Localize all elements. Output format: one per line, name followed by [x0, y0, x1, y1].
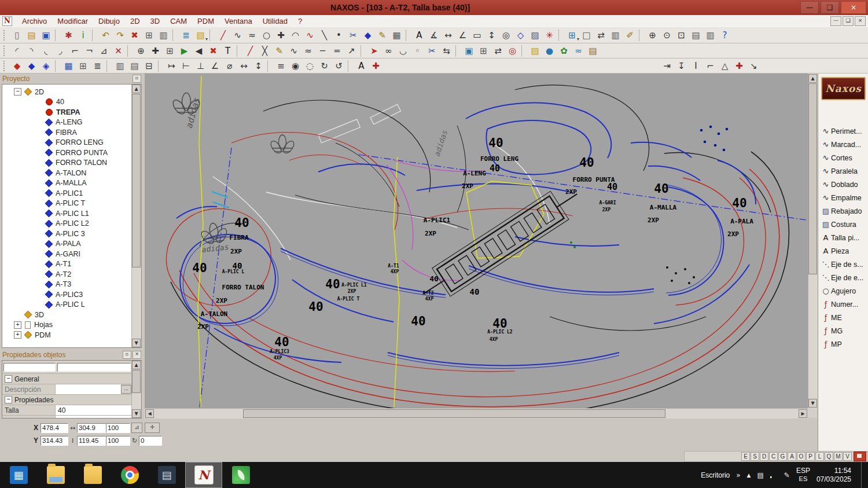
toolbar-grip[interactable] — [3, 30, 7, 41]
rotation-input[interactable] — [139, 436, 162, 446]
toolbar-erase-button[interactable]: ✕ — [111, 44, 126, 58]
toolbar-options-button[interactable]: ✱ — [61, 28, 76, 42]
toolbar-zoom-in-button[interactable]: ⊕ — [645, 28, 660, 42]
panel-restore-button[interactable]: ▫ — [123, 351, 131, 359]
tool-me[interactable]: ƒME — [818, 311, 868, 324]
toolbar-redo-button[interactable]: ↷ — [113, 28, 127, 42]
device-icon[interactable]: ▤ — [757, 471, 764, 479]
tool-eje-de-e[interactable]: ⋱Eje de e... — [818, 271, 868, 284]
tree-item-a-t3[interactable]: A-T3 — [2, 280, 132, 290]
browse-button[interactable]: ... — [121, 385, 131, 394]
toolbar-mirror-button[interactable]: ↕ — [484, 28, 499, 42]
indicator-a[interactable]: A — [788, 452, 796, 461]
scroll-up-icon[interactable]: ▲ — [132, 85, 141, 93]
toolbar-keyboard-button[interactable]: ▤ — [689, 28, 703, 42]
toolbar-axis-y-button[interactable]: ↧ — [674, 59, 689, 73]
toolbar-zoom-window-button[interactable]: ⊡ — [674, 28, 689, 42]
panel-dock-button[interactable]: ▫ — [133, 75, 141, 83]
slope-button[interactable]: ⊿ — [131, 423, 142, 433]
toolbar-draw-circle-button[interactable]: ○ — [259, 28, 274, 42]
tool-perimet[interactable]: ∿Perimet... — [818, 124, 868, 138]
zoom-x-input[interactable] — [106, 423, 130, 433]
collapse-box-icon[interactable]: − — [5, 396, 12, 403]
toolbar-zoom-sel-button[interactable]: ⊕ — [134, 44, 148, 58]
toolbar-edit-pencil-button[interactable]: ✎ — [375, 28, 389, 42]
tool-talla-pi[interactable]: ATalla pi... — [818, 231, 868, 244]
tree-item-a-t2[interactable]: A-T2 — [2, 269, 132, 280]
toolbar-print-button[interactable]: ▥ — [156, 28, 171, 42]
toolbar-wave-1-button[interactable]: ∿ — [286, 44, 301, 58]
tool-empalme[interactable]: ∿Empalme — [818, 191, 868, 204]
scroll-thumb[interactable] — [132, 370, 141, 393]
taskbar-green-app[interactable] — [222, 462, 259, 488]
toolbar-piece-mixed-button[interactable]: ◈ — [39, 59, 53, 73]
menu-archivo[interactable]: Archivo — [17, 16, 52, 27]
toolbar-rotate-ccw-button[interactable]: ↺ — [332, 59, 346, 73]
toolbar-text-button[interactable]: A — [412, 28, 426, 42]
menu-ventana[interactable]: Ventana — [219, 16, 258, 27]
canvas-horizontal-scrollbar[interactable]: ◀ ▶ — [145, 408, 808, 419]
toolbar-node-button[interactable]: ◦ — [410, 44, 425, 58]
toolbar-grid-2-button[interactable]: ⊞ — [476, 44, 491, 58]
tree-item-forro-punta[interactable]: FORRO PUNTA — [2, 148, 132, 158]
tree-item-a-plic-l1[interactable]: A-PLIC L1 — [2, 208, 132, 219]
toolbar-double-segment-button[interactable]: ═ — [330, 44, 344, 58]
tree-item-fibra[interactable]: FIBRA — [2, 127, 132, 138]
toolbar-piece-red-button[interactable]: ◆ — [10, 59, 24, 73]
collapse-box-icon[interactable]: − — [14, 88, 21, 96]
toolbar-play-button[interactable]: ▶ — [177, 44, 192, 58]
toolbar-exchange-button[interactable]: ⇄ — [594, 28, 608, 42]
indicator-p[interactable]: P — [806, 452, 815, 461]
clock[interactable]: 11:54 07/03/2025 — [816, 467, 851, 484]
menu-modificar[interactable]: Modificar — [52, 16, 93, 27]
tree-item-forro-leng[interactable]: FORRO LENG — [2, 138, 132, 148]
indicator-d[interactable]: D — [760, 452, 768, 461]
indicator-l[interactable]: L — [815, 452, 824, 461]
toolbar-corner-4-button[interactable]: ◞ — [53, 44, 68, 58]
toolbar-pan-button[interactable]: ✚ — [148, 44, 163, 58]
toolbar-remove-button[interactable]: ✖ — [206, 44, 220, 58]
pen-icon[interactable]: ✎ — [784, 471, 790, 479]
toolbar-draw-curve-button[interactable]: ∿ — [303, 28, 317, 42]
toolbar-angle-button[interactable]: ∠ — [455, 28, 470, 42]
toolbar-draw-polyline-button[interactable]: ∿ — [230, 28, 245, 42]
scroll-thumb[interactable] — [132, 94, 141, 267]
tree-item-a-plic-l2[interactable]: A-PLIC L2 — [2, 219, 132, 229]
toolbar-piece-blue-button[interactable]: ◆ — [24, 59, 39, 73]
tree-item-a-gari[interactable]: A-GARI — [2, 249, 132, 259]
property-value-field[interactable]: 40 — [56, 405, 132, 415]
toolbar-collapse-button[interactable]: ⊟ — [142, 59, 156, 73]
toolbar-corner-2-button[interactable]: ◝ — [24, 44, 39, 58]
toolbar-draw-spline-button[interactable]: ≈ — [245, 28, 259, 42]
taskbar-folder-window[interactable] — [74, 462, 111, 488]
expand-box-icon[interactable]: + — [14, 331, 21, 339]
tree-item-a-plic-t[interactable]: A-PLIC T — [2, 199, 132, 209]
width-input[interactable] — [77, 423, 106, 433]
toolbar-list-button[interactable]: ≣ — [90, 59, 105, 73]
toolbar-annotate-button[interactable]: ✐ — [623, 28, 637, 42]
toolbar-piece-button[interactable]: ◆ — [361, 28, 375, 42]
tree-item-a-plic-l[interactable]: A-PLIC L — [2, 300, 132, 310]
toolbar-duplicate-button[interactable]: ⊞ — [163, 44, 177, 58]
tool-agujero[interactable]: ○Agujero — [818, 284, 868, 298]
scroll-down-icon[interactable]: ▼ — [132, 409, 141, 418]
tree-item-a-plic1[interactable]: A-PLIC1 — [2, 188, 132, 199]
taskbar-start-button[interactable]: ▦ — [0, 462, 37, 488]
minimize-button[interactable]: — — [800, 1, 819, 14]
toolbar-align-button[interactable]: ≡ — [274, 59, 288, 73]
toolbar-target-button[interactable]: ◎ — [499, 28, 513, 42]
toolbar-table-button[interactable]: ⊞ — [76, 59, 90, 73]
toolbar-ref-circle-button[interactable]: ◌ — [303, 59, 317, 73]
tree-item-a-t1[interactable]: A-T1 — [2, 259, 132, 270]
toolbar-flag-a-button[interactable]: A — [354, 59, 369, 73]
taskbar-naxos[interactable]: N — [185, 462, 222, 488]
tool-paralela[interactable]: ∿Paralela — [818, 164, 868, 178]
toolbar-flower-button[interactable]: ✿ — [557, 44, 571, 58]
toolbar-draw-tangent-button[interactable]: ╲ — [317, 28, 332, 42]
scroll-thumb[interactable] — [243, 409, 665, 418]
indicator-g[interactable]: G — [778, 452, 787, 461]
toolbar-sheets-button[interactable]: ▥ — [608, 28, 623, 42]
tool-doblado[interactable]: ∿Doblado — [818, 178, 868, 191]
indicator-o[interactable]: O — [797, 452, 806, 461]
toolbar-sphere-button[interactable]: ● — [542, 44, 557, 58]
